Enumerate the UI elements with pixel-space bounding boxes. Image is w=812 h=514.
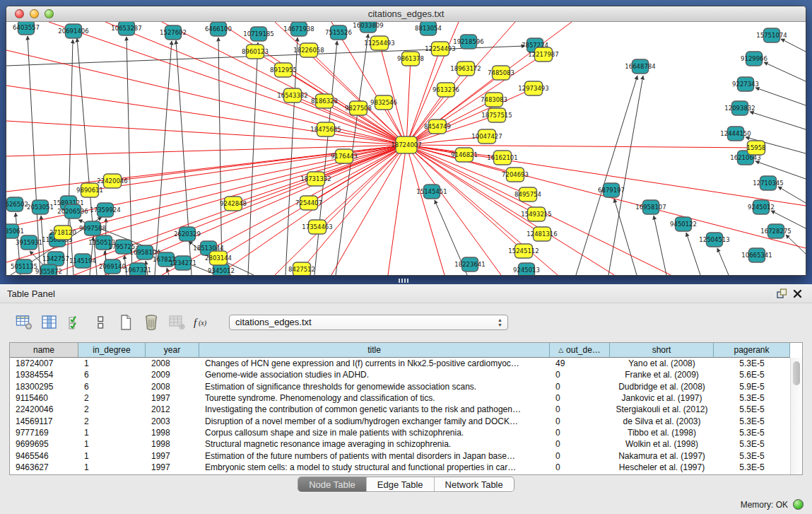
graph-edge[interactable]	[755, 88, 806, 105]
table-row[interactable]: 1938455462009Genome-wide association stu…	[10, 369, 802, 380]
column-header-year[interactable]: year	[146, 343, 199, 358]
graph-edge[interactable]	[686, 233, 700, 275]
table-cell: 0	[550, 439, 610, 449]
table-cell: 1	[78, 428, 146, 438]
select-checks-icon[interactable]	[65, 313, 84, 332]
application-desktop: citations_edges.txt 64035572069140610653…	[0, 0, 812, 284]
graph-edge[interactable]	[764, 62, 806, 81]
tab-edge-table[interactable]: Edge Table	[367, 477, 435, 491]
table-cell: 0	[550, 462, 610, 472]
table-cell: 9465546	[10, 451, 78, 461]
table-mode-icon[interactable]	[14, 313, 33, 332]
show-columns-icon[interactable]	[40, 313, 59, 332]
graph-edge[interactable]	[717, 248, 729, 275]
table-cell: 0	[550, 416, 610, 426]
graph-node-label: 22420046	[97, 177, 127, 185]
graph-edge[interactable]	[406, 59, 411, 145]
graph-node-label: 18963172	[450, 65, 481, 72]
table-cell: 1	[78, 358, 146, 368]
combo-stepper-icon[interactable]: ▲▼	[497, 317, 503, 327]
graph-node-label: 9832546	[370, 99, 397, 106]
table-row[interactable]: 1830029562008Estimation of significance …	[10, 381, 802, 392]
graph-node-label: 11254493	[364, 40, 394, 47]
close-window-button[interactable]	[15, 9, 24, 18]
graph-edge[interactable]	[162, 145, 406, 275]
table-row[interactable]: 969969511998Structural magnetic resonanc…	[10, 438, 802, 450]
table-cell: 6	[78, 370, 146, 380]
tab-node-table[interactable]: Node Table	[298, 477, 367, 491]
table-row[interactable]: 946362711997Embryonic stem cells: a mode…	[10, 462, 802, 473]
scrollbar-thumb[interactable]	[793, 361, 800, 385]
table-row[interactable]: 977716911998Corpus callosum shape and si…	[10, 427, 802, 438]
delete-column-icon[interactable]	[141, 313, 160, 332]
row-height-icon[interactable]	[90, 313, 110, 332]
graph-node-label: 9227343	[732, 81, 759, 88]
table-cell: Embryonic stem cells: a model to study s…	[199, 462, 550, 472]
network-view-window[interactable]: citations_edges.txt 64035572069140610653…	[6, 6, 806, 276]
graph-edge[interactable]	[388, 145, 406, 275]
table-cell: Nakamura et al. (1997)	[610, 451, 714, 461]
graph-edge[interactable]	[406, 145, 614, 275]
column-header-name[interactable]: name	[10, 343, 78, 358]
panel-splitter-handle[interactable]	[399, 279, 408, 283]
column-header-in_degree[interactable]: in_degree	[78, 343, 146, 358]
tab-network-table[interactable]: Network Table	[435, 477, 514, 491]
window-title: citations_edges.txt	[6, 6, 806, 22]
graph-node-label: 12504513	[699, 236, 729, 243]
table-cell: Franke et al. (2009)	[610, 370, 714, 380]
table-vertical-scrollbar[interactable]	[790, 358, 802, 474]
table-cell: 2	[78, 404, 146, 414]
window-titlebar[interactable]: citations_edges.txt	[6, 6, 806, 22]
minimize-window-button[interactable]	[30, 9, 39, 18]
graph-edge[interactable]	[218, 37, 222, 275]
graph-edge[interactable]	[248, 42, 258, 275]
graph-edge[interactable]	[6, 86, 406, 145]
graph-node-label: 10653287	[111, 25, 141, 32]
table-row[interactable]: 2242004622012Investigating the contribut…	[10, 404, 802, 415]
graph-node-label: 16648784	[625, 63, 655, 70]
graph-edge[interactable]	[654, 216, 666, 275]
table-cell: 14569117	[10, 416, 78, 426]
graph-edge[interactable]	[786, 235, 806, 254]
sort-ascending-icon: △	[558, 346, 563, 354]
graph-edge[interactable]	[750, 112, 806, 129]
table-row[interactable]: 1872400712008Changes of HCN gene express…	[10, 358, 802, 369]
column-header-title[interactable]: title	[199, 343, 550, 358]
graph-edge[interactable]	[331, 145, 406, 275]
function-builder-icon[interactable]: f (x)	[192, 313, 211, 332]
graph-edge[interactable]	[781, 39, 806, 52]
table-selector-combo[interactable]: citations_edges.txt ▲▼	[229, 315, 508, 330]
graph-node-label: 6879197	[598, 187, 625, 194]
new-column-icon[interactable]	[116, 313, 135, 332]
graph-node-label: 2069140	[99, 263, 126, 270]
table-toolbar: f (x) citations_edges.txt ▲▼	[0, 303, 812, 341]
graph-node-label: 9827508	[345, 105, 372, 112]
table-cell: Yano et al. (2008)	[610, 358, 714, 368]
table-cell: 2	[78, 393, 146, 403]
graph-node-label: 17354463	[302, 223, 332, 230]
zoom-window-button[interactable]	[45, 9, 54, 18]
graph-node-label: 9097588	[79, 225, 106, 232]
graph-edge[interactable]	[778, 187, 806, 203]
graph-edge[interactable]	[608, 76, 643, 275]
table-cell: 5.3E-5	[714, 393, 790, 403]
table-tabs-row: Node TableEdge TableNetwork Table	[0, 477, 812, 492]
column-header-out_de[interactable]: △out_de…	[550, 343, 610, 358]
graph-node-label: 16033809	[353, 22, 383, 29]
network-canvas[interactable]: 6403557206914061065328715276026466100107…	[6, 22, 806, 275]
table-cell: 1	[78, 462, 146, 472]
column-header-pagerank[interactable]: pagerank	[714, 343, 790, 358]
graph-edge[interactable]	[614, 199, 637, 275]
table-cell: 2012	[146, 404, 199, 414]
close-panel-icon[interactable]	[789, 287, 805, 300]
float-panel-icon[interactable]	[774, 287, 789, 300]
graph-edge[interactable]	[6, 50, 406, 145]
table-row[interactable]: 1456911722003Disruption of a novel membe…	[10, 415, 802, 426]
memory-status-icon[interactable]	[793, 499, 804, 510]
graph-edge[interactable]	[90, 145, 406, 190]
table-cell: 2008	[146, 382, 199, 392]
table-cell: 1998	[146, 428, 199, 438]
table-row[interactable]: 946554611997Estimation of the future num…	[10, 450, 802, 461]
table-row[interactable]: 911546021997Tourette syndrome. Phenomeno…	[10, 392, 802, 404]
column-header-short[interactable]: short	[610, 343, 714, 358]
